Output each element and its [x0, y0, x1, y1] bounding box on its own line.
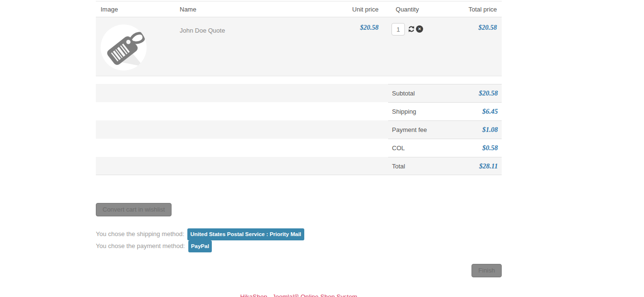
shipping-method-line: You chose the shipping method: United St… [96, 228, 502, 240]
hikashop-footer-link[interactable]: HikaShop , Joomla!® Online Shop System [240, 293, 357, 297]
product-name: John Doe Quote [175, 17, 309, 76]
summary-row-payment-fee: Payment fee $1.08 [96, 120, 502, 139]
col-value: $0.58 [482, 144, 498, 152]
cart-summary: Subtotal $20.58 Shipping $6.45 Payment f… [96, 84, 502, 175]
cart-table: Image Name Unit price Quantity Total pri… [96, 1, 502, 76]
convert-cart-area: Convert cart in wishlist [96, 203, 502, 216]
shipping-method-label: You chose the shipping method: [96, 230, 184, 238]
table-row: John Doe Quote $20.58 [96, 17, 502, 76]
total-value: $28.11 [479, 162, 498, 170]
finish-button[interactable]: Finish [472, 264, 502, 277]
payment-fee-value: $1.08 [482, 126, 498, 134]
finish-area: Finish [96, 264, 502, 277]
delete-icon: ✕ [416, 25, 423, 33]
chosen-methods: You chose the shipping method: United St… [96, 228, 502, 252]
col-label: COL [392, 144, 405, 152]
total-price-value: $20.58 [479, 24, 497, 31]
payment-method-line: You chose the payment method: PayPal [96, 240, 502, 252]
refresh-quantity-button[interactable] [408, 25, 415, 33]
subtotal-value: $20.58 [479, 89, 498, 97]
payment-fee-label: Payment fee [392, 126, 427, 133]
header-total-price: Total price [431, 1, 502, 17]
payment-method-badge: PayPal [188, 240, 212, 252]
header-name: Name [175, 1, 309, 17]
quantity-cell: ✕ [383, 17, 431, 76]
summary-row-subtotal: Subtotal $20.58 [96, 84, 502, 102]
shipping-label: Shipping [392, 108, 416, 115]
quantity-actions: ✕ [408, 25, 423, 33]
total-label: Total [392, 163, 405, 170]
summary-row-total: Total $28.11 [96, 157, 502, 175]
header-image: Image [96, 1, 175, 17]
product-image-cell [96, 17, 175, 76]
page-footer: HikaShop , Joomla!® Online Shop System [96, 292, 502, 297]
shipping-method-badge: United States Postal Service : Priority … [187, 228, 304, 240]
quantity-input[interactable] [391, 23, 405, 36]
shipping-value: $6.45 [482, 107, 498, 116]
summary-row-shipping: Shipping $6.45 [96, 102, 502, 120]
total-price-cell: $20.58 [431, 17, 502, 76]
header-unit-price: Unit price [309, 1, 383, 17]
cart-page: Image Name Unit price Quantity Total pri… [96, 0, 502, 297]
product-image [101, 24, 147, 71]
cart-table-header: Image Name Unit price Quantity Total pri… [96, 1, 502, 17]
price-tag-icon [101, 24, 147, 71]
remove-item-button[interactable]: ✕ [416, 25, 423, 33]
refresh-icon [408, 25, 415, 33]
subtotal-label: Subtotal [392, 90, 415, 97]
header-quantity: Quantity [383, 1, 431, 17]
summary-row-col: COL $0.58 [96, 139, 502, 157]
convert-cart-button[interactable]: Convert cart in wishlist [96, 203, 172, 216]
unit-price-value: $20.58 [360, 24, 379, 31]
payment-method-label: You chose the payment method: [96, 242, 185, 249]
unit-price-cell: $20.58 [309, 17, 383, 76]
